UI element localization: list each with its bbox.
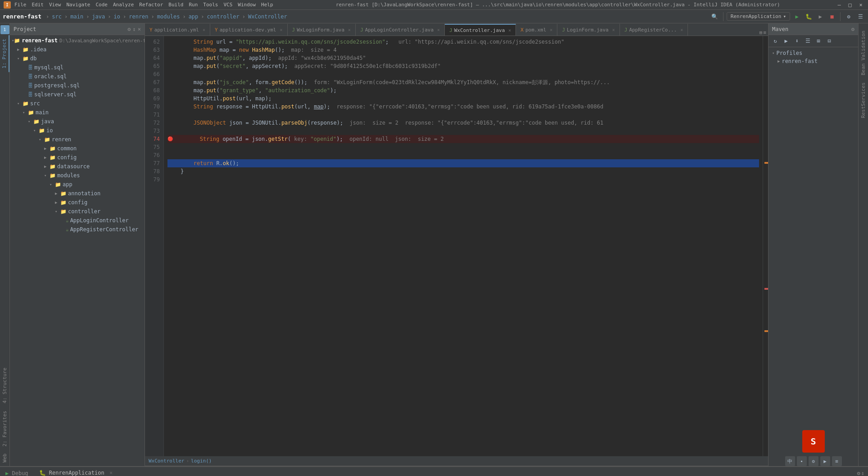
- maven-icon-5[interactable]: ≡: [832, 456, 842, 466]
- tree-item-app[interactable]: ▾ 📁 app: [10, 180, 145, 189]
- maven-run-icon[interactable]: ▶: [781, 36, 791, 46]
- path-wxcontroller[interactable]: WxController: [248, 13, 287, 20]
- path-controller[interactable]: controller: [207, 13, 240, 20]
- sidebar-item-structure[interactable]: 4: Structure: [0, 364, 9, 407]
- debug-button[interactable]: 🐛: [804, 12, 814, 22]
- sidebar-item-bean-validation[interactable]: Bean Validation: [859, 27, 868, 79]
- debug-renren-tab[interactable]: 🐛 RenrenApplication ×: [36, 468, 117, 476]
- debug-close-icon[interactable]: ×: [109, 470, 113, 476]
- tree-item-renren[interactable]: ▾ 📁 renren: [10, 135, 145, 144]
- tree-item-src[interactable]: ▾ 📁 src: [10, 99, 145, 108]
- maven-settings-icon[interactable]: ⚙: [851, 26, 854, 32]
- tab-close-wxcontroller[interactable]: ×: [508, 28, 511, 33]
- tree-item-annotation[interactable]: ▶ 📁 annotation: [10, 189, 145, 198]
- tree-item-datasource[interactable]: ▶ 📁 datasource: [10, 162, 145, 171]
- menu-analyze[interactable]: Analyze: [113, 2, 134, 8]
- debug-section-tab[interactable]: ▶ Debug: [2, 468, 32, 476]
- tree-item-modules[interactable]: ▾ 📁 modules: [10, 171, 145, 180]
- maven-item-renren-fast[interactable]: ▶ renren-fast: [770, 57, 856, 65]
- menu-run[interactable]: Run: [189, 2, 198, 8]
- path-app[interactable]: app: [189, 13, 199, 20]
- run-button[interactable]: ▶: [792, 12, 802, 22]
- stop-button[interactable]: ■: [827, 12, 837, 22]
- tab-applogincontroller[interactable]: J AppLoginController.java ×: [356, 24, 445, 36]
- breadcrumb-controller[interactable]: WxController: [149, 458, 184, 464]
- tab-appregisterco[interactable]: J AppRegisterCo... ×: [620, 24, 688, 36]
- maven-icon-1[interactable]: 中: [785, 456, 795, 466]
- close-button[interactable]: ×: [857, 1, 864, 9]
- tree-item-oracle[interactable]: 🗄 oracle.sql: [10, 72, 145, 81]
- tab-close-applogincontroller[interactable]: ×: [437, 27, 440, 32]
- debug-panel-settings-icon[interactable]: ⚙: [857, 470, 860, 476]
- maven-item-profiles[interactable]: ▾ Profiles: [770, 49, 856, 57]
- settings-icon[interactable]: ⚙: [844, 12, 854, 22]
- menu-window[interactable]: Window: [238, 2, 256, 8]
- menu-help[interactable]: Help: [261, 2, 273, 8]
- tab-close-appregisterco[interactable]: ×: [680, 27, 683, 32]
- tree-item-appregistercontroller[interactable]: ☕ AppRegisterController: [10, 225, 145, 234]
- tree-item-postgresql[interactable]: 🗄 postgresql.sql: [10, 81, 145, 90]
- tree-item-db[interactable]: ▾ 📁 db: [10, 54, 145, 63]
- sidebar-item-restservices[interactable]: RestServices: [859, 79, 868, 121]
- menu-file[interactable]: File: [14, 2, 27, 8]
- code-content[interactable]: String url = "https://api.weixin.qq.com/…: [164, 36, 763, 456]
- tree-item-sqlserver[interactable]: 🗄 sqlserver.sql: [10, 90, 145, 99]
- project-tool-icon[interactable]: 1: [0, 25, 9, 34]
- tree-item-common[interactable]: ▶ 📁 common: [10, 144, 145, 153]
- sidebar-item-project[interactable]: 1: Project: [0, 35, 9, 72]
- run-config-selector[interactable]: RenrenApplication ▾: [727, 12, 790, 21]
- menu-navigate[interactable]: Navigate: [67, 2, 90, 8]
- tree-item-controller[interactable]: ▾ 📁 controller: [10, 207, 145, 216]
- menu-refactor[interactable]: Refactor: [139, 2, 163, 8]
- path-main[interactable]: main: [70, 13, 83, 20]
- project-settings-icon[interactable]: ⚙: [127, 26, 131, 32]
- project-close-icon[interactable]: ×: [138, 26, 141, 32]
- tree-item-applogincontroller[interactable]: ☕ AppLoginController: [10, 216, 145, 225]
- tab-settings-icon[interactable]: ≡: [763, 30, 766, 36]
- minimize-button[interactable]: –: [836, 1, 843, 9]
- menu-code[interactable]: Code: [95, 2, 108, 8]
- menu-view[interactable]: View: [49, 2, 61, 8]
- path-io[interactable]: io: [114, 13, 120, 20]
- debug-panel-expand-icon[interactable]: ⇕: [861, 470, 864, 476]
- maven-refresh-icon[interactable]: ↻: [770, 36, 780, 46]
- maven-icon-4[interactable]: ▶: [820, 456, 830, 466]
- breadcrumb-method[interactable]: login(): [191, 458, 212, 464]
- tree-item-mysql[interactable]: 🗄 mysql.sql: [10, 63, 145, 72]
- project-expand-icon[interactable]: ⇕: [133, 26, 136, 32]
- tree-item-config[interactable]: ▶ 📁 config: [10, 153, 145, 162]
- coverage-button[interactable]: ▶: [815, 12, 825, 22]
- maven-download-icon[interactable]: ⬇: [792, 36, 802, 46]
- tab-loginform[interactable]: J LoginForm.java ×: [557, 24, 619, 36]
- menu-edit[interactable]: Edit: [32, 2, 44, 8]
- maven-expand-icon[interactable]: ⊞: [814, 36, 823, 46]
- tab-close-yml1[interactable]: ×: [203, 27, 205, 32]
- tree-item-java[interactable]: ▾ 📁 java: [10, 117, 145, 126]
- maximize-button[interactable]: □: [846, 1, 854, 9]
- tab-wxloginform[interactable]: J WxLoginForm.java ×: [288, 24, 356, 36]
- tab-application-dev-yml[interactable]: Y application-dev.yml ×: [210, 24, 288, 36]
- path-java[interactable]: java: [92, 13, 105, 20]
- path-renren[interactable]: renren: [129, 13, 148, 20]
- tab-close-loginform[interactable]: ×: [612, 27, 615, 32]
- maven-lifecycle-icon[interactable]: ☰: [803, 36, 813, 46]
- maven-icon-3[interactable]: ⚙: [809, 456, 818, 466]
- tab-wxcontroller[interactable]: J WxController.java ×: [445, 24, 516, 36]
- menu-tools[interactable]: Tools: [203, 2, 218, 8]
- tab-pom-xml[interactable]: X pom.xml ×: [516, 24, 557, 36]
- sdk-icon[interactable]: ☰: [855, 12, 865, 22]
- tab-close-yml2[interactable]: ×: [280, 27, 282, 32]
- tab-close-pom[interactable]: ×: [550, 27, 552, 32]
- tree-item-idea[interactable]: ▶ 📁 .idea: [10, 45, 145, 54]
- maven-collapse-icon[interactable]: ⊟: [824, 36, 834, 46]
- sidebar-item-favorites[interactable]: 2: Favorites: [0, 407, 9, 450]
- tree-item-renren-fast[interactable]: ▾ 📁 renren-fast D:\JavaLangWorkSpace\ren…: [10, 36, 145, 45]
- path-src[interactable]: src: [52, 13, 62, 20]
- tab-close-wxloginform[interactable]: ×: [348, 27, 351, 32]
- tab-application-yml[interactable]: Y application.yml ×: [145, 24, 210, 36]
- sidebar-item-web[interactable]: Web: [0, 450, 9, 466]
- menu-vcs[interactable]: VCS: [223, 2, 232, 8]
- tree-item-io[interactable]: ▾ 📁 io: [10, 126, 145, 135]
- maven-icon-2[interactable]: •: [797, 456, 807, 466]
- split-editor-icon[interactable]: ⊞: [760, 30, 763, 36]
